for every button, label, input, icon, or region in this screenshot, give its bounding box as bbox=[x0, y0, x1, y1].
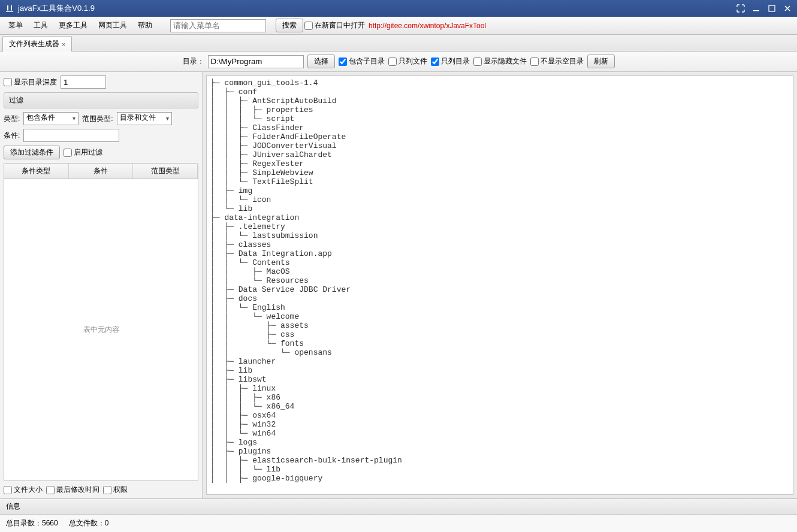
condition-label: 条件: bbox=[4, 131, 20, 141]
svg-rect-0 bbox=[753, 10, 759, 11]
depth-spinner[interactable] bbox=[61, 75, 106, 89]
filter-table: 条件类型 条件 范围类型 表中无内容 bbox=[4, 163, 198, 481]
project-link[interactable]: http://gitee.com/xwintop/xJavaFxTool bbox=[369, 22, 486, 30]
close-icon[interactable] bbox=[783, 4, 792, 13]
info-section: 信息 总目录数：5660 总文件数：0 bbox=[0, 498, 797, 532]
filter-panel-header: 过滤 bbox=[4, 92, 198, 108]
menu-item[interactable]: 帮助 bbox=[133, 18, 157, 33]
add-filter-button[interactable]: 添加过滤条件 bbox=[4, 146, 60, 159]
directory-label: 目录： bbox=[183, 56, 204, 66]
select-directory-button[interactable]: 选择 bbox=[307, 55, 335, 68]
checkbox-label: 不显示空目录 bbox=[541, 56, 584, 66]
search-button[interactable]: 搜索 bbox=[276, 19, 303, 32]
scope-type-label: 范围类型: bbox=[82, 114, 113, 124]
minimize-icon[interactable] bbox=[751, 4, 761, 13]
refresh-button[interactable]: 刷新 bbox=[587, 55, 615, 68]
search-input[interactable] bbox=[170, 19, 266, 32]
menu-item[interactable]: 工具 bbox=[29, 18, 53, 33]
app-icon bbox=[5, 4, 14, 13]
tab-strip: 文件列表生成器 × bbox=[0, 35, 797, 52]
hide-empty-checkbox[interactable]: 不显示空目录 bbox=[530, 56, 584, 66]
menu-item[interactable]: 更多工具 bbox=[54, 18, 92, 33]
checkbox-label: 最后修改时间 bbox=[56, 485, 99, 495]
directory-input[interactable] bbox=[208, 55, 304, 68]
info-header: 信息 bbox=[0, 499, 797, 515]
condition-input[interactable] bbox=[23, 129, 119, 142]
scope-type-select[interactable]: 目录和文件 bbox=[117, 112, 172, 125]
column-header[interactable]: 条件 bbox=[69, 164, 134, 179]
type-select[interactable]: 包含条件 bbox=[23, 112, 79, 125]
type-label: 类型: bbox=[4, 114, 20, 124]
checkbox-label: 权限 bbox=[113, 485, 128, 495]
file-size-checkbox[interactable]: 文件大小 bbox=[4, 485, 43, 495]
file-tree-view[interactable]: ├─ common_gui_tools-1.4 │ ├─ conf │ │ ├─… bbox=[206, 75, 793, 495]
include-subdir-checkbox[interactable]: 包含子目录 bbox=[339, 56, 385, 66]
checkbox-label: 文件大小 bbox=[14, 485, 43, 495]
table-header-row: 条件类型 条件 范围类型 bbox=[4, 164, 198, 179]
tab-close-icon[interactable]: × bbox=[62, 41, 65, 48]
checkbox-label: 在新窗口中打开 bbox=[315, 20, 365, 31]
only-dirs-checkbox[interactable]: 只列目录 bbox=[431, 56, 470, 66]
menu-item[interactable]: 网页工具 bbox=[93, 18, 132, 33]
window-title: javaFx工具集合V0.1.9 bbox=[18, 3, 95, 14]
info-body: 总目录数：5660 总文件数：0 bbox=[0, 515, 797, 532]
total-dir-count: 总目录数：5660 bbox=[6, 518, 58, 528]
maximize-icon[interactable] bbox=[767, 4, 777, 13]
menu-item[interactable]: 菜单 bbox=[4, 18, 28, 33]
enable-filter-checkbox[interactable]: 启用过滤 bbox=[64, 147, 102, 158]
fullscreen-icon[interactable] bbox=[736, 4, 745, 13]
title-bar: javaFx工具集合V0.1.9 bbox=[0, 0, 797, 17]
permission-checkbox[interactable]: 权限 bbox=[103, 485, 128, 495]
column-header[interactable]: 范围类型 bbox=[133, 164, 198, 179]
table-empty-message: 表中无内容 bbox=[4, 179, 198, 480]
tab-label: 文件列表生成器 bbox=[9, 39, 59, 49]
total-file-count: 总文件数：0 bbox=[69, 518, 109, 528]
svg-rect-1 bbox=[769, 5, 775, 11]
checkbox-label: 启用过滤 bbox=[74, 147, 102, 158]
open-in-new-window-checkbox[interactable]: 在新窗口中打开 bbox=[304, 20, 365, 31]
show-hidden-checkbox[interactable]: 显示隐藏文件 bbox=[473, 56, 527, 66]
menu-bar: 菜单 工具 更多工具 网页工具 帮助 搜索 在新窗口中打开 http://git… bbox=[0, 17, 797, 35]
directory-toolbar: 目录： 选择 包含子目录 只列文件 只列目录 显示隐藏文件 不显示空目录 刷新 bbox=[0, 52, 797, 72]
tab-file-list-generator[interactable]: 文件列表生成器 × bbox=[2, 36, 72, 52]
show-depth-checkbox[interactable]: 显示目录深度 bbox=[4, 77, 57, 87]
checkbox-label: 显示隐藏文件 bbox=[484, 56, 527, 66]
last-modified-checkbox[interactable]: 最后修改时间 bbox=[46, 485, 99, 495]
column-header[interactable]: 条件类型 bbox=[4, 164, 69, 179]
checkbox-label: 显示目录深度 bbox=[14, 77, 57, 87]
only-files-checkbox[interactable]: 只列文件 bbox=[388, 56, 427, 66]
sidebar: 显示目录深度 过滤 类型: 包含条件 范围类型: 目录和文件 条件: 添加过滤条… bbox=[0, 72, 203, 498]
main-area: 显示目录深度 过滤 类型: 包含条件 范围类型: 目录和文件 条件: 添加过滤条… bbox=[0, 72, 797, 498]
checkbox-label: 包含子目录 bbox=[349, 56, 385, 66]
checkbox-label: 只列目录 bbox=[441, 56, 470, 66]
checkbox-label: 只列文件 bbox=[398, 56, 427, 66]
